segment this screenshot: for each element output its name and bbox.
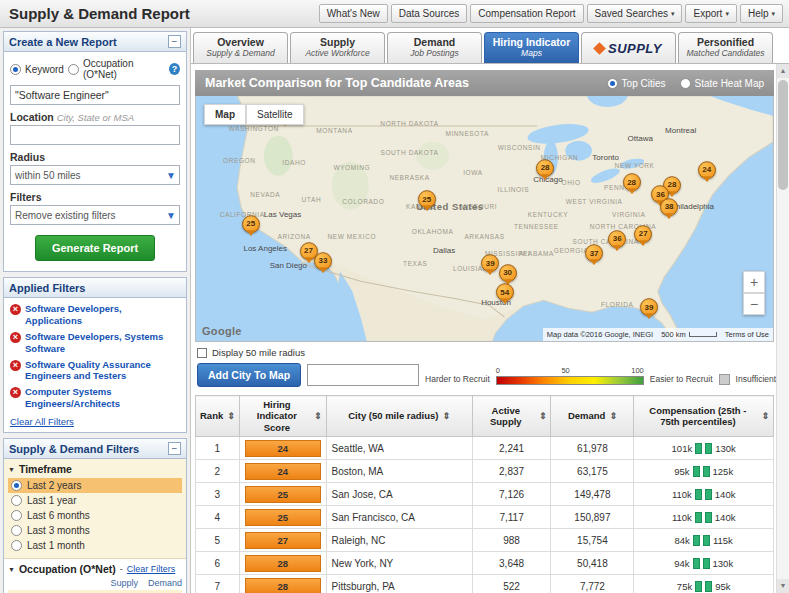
score-cell: 28 xyxy=(239,552,326,575)
timeframe-section-header[interactable]: ▼ Timeframe xyxy=(8,463,182,475)
applied-filters-list: ×Software Developers, Applications×Softw… xyxy=(10,303,180,410)
map-canvas[interactable]: Map Satellite + − Google Map data ©2016 … xyxy=(195,96,774,342)
comp-low-value: 75k xyxy=(677,581,692,592)
map-view-button[interactable]: Map xyxy=(204,104,246,125)
tab-personified[interactable]: PersonifiedMatched Candidates xyxy=(678,32,773,63)
applied-filter-item[interactable]: ×Computer Systems Engineers/Architects xyxy=(10,386,180,410)
tab-demand[interactable]: DemandJob Postings xyxy=(387,32,482,63)
tab-overview[interactable]: OverviewSupply & Demand xyxy=(193,32,288,63)
vertical-scrollbar[interactable]: ▲ ▼ xyxy=(776,64,789,593)
zoom-in-button[interactable]: + xyxy=(743,271,765,293)
tab-label: Supply xyxy=(291,36,384,48)
map-marker[interactable]: 39 xyxy=(481,254,499,272)
column-header: Demand⇕ xyxy=(555,410,629,421)
remove-filter-icon[interactable]: × xyxy=(10,360,21,371)
occupation-columns: Supply Demand xyxy=(8,578,182,588)
map-marker[interactable]: 30 xyxy=(499,264,517,282)
tab-supply[interactable]: SupplyActive Workforce xyxy=(290,32,385,63)
applied-filter-item[interactable]: ×Software Developers, Systems Software xyxy=(10,331,180,355)
occupation-section-header[interactable]: ▼ Occupation (O*Net) - Clear Filters xyxy=(8,563,182,575)
collapse-arrow-icon: ▼ xyxy=(8,466,15,473)
applied-filter-item[interactable]: ×Software Developers, Applications xyxy=(10,303,180,327)
sort-icon[interactable]: ⇕ xyxy=(609,411,617,421)
top-cities-option[interactable]: Top Cities xyxy=(607,78,666,89)
timeframe-option-last-3-months[interactable]: Last 3 months xyxy=(8,523,182,538)
map-marker[interactable]: 27 xyxy=(634,225,652,243)
zoom-out-button[interactable]: − xyxy=(743,293,765,315)
collapse-panel-button[interactable]: − xyxy=(168,35,181,48)
remove-filter-icon[interactable]: × xyxy=(10,304,21,315)
sort-icon[interactable]: ⇕ xyxy=(443,411,451,421)
keyword-input[interactable] xyxy=(10,85,180,105)
menu-compensation-report[interactable]: Compensation Report xyxy=(470,4,583,23)
radius-select[interactable]: within 50 miles ▼ xyxy=(10,165,180,185)
clear-filters-link[interactable]: Clear Filters xyxy=(127,564,176,574)
rank-cell: 1 xyxy=(196,437,240,460)
comp-low-value: 94k xyxy=(674,558,689,569)
map-marker-value: 33 xyxy=(318,256,327,265)
remove-filter-icon[interactable]: × xyxy=(10,332,21,343)
generate-report-button[interactable]: Generate Report xyxy=(35,235,155,261)
occupation-radio[interactable] xyxy=(68,64,79,75)
map-marker[interactable]: 25 xyxy=(242,215,260,233)
terms-of-use-link[interactable]: Terms of Use xyxy=(725,330,769,339)
menu-export[interactable]: Export▾ xyxy=(685,4,736,23)
map-marker[interactable]: 28 xyxy=(623,173,641,191)
city-input[interactable] xyxy=(307,364,419,386)
sort-icon[interactable]: ⇕ xyxy=(314,411,322,421)
collapse-panel-button[interactable]: − xyxy=(168,442,181,455)
sort-icon[interactable]: ⇕ xyxy=(761,411,769,421)
map-marker[interactable]: 28 xyxy=(536,159,554,177)
scroll-down-arrow[interactable]: ▼ xyxy=(777,579,789,593)
map-marker[interactable]: 25 xyxy=(418,191,436,209)
map-label-san-diego: San Diego xyxy=(270,261,307,270)
applied-filter-label: Software Developers, Applications xyxy=(25,303,180,327)
scrollbar-thumb[interactable] xyxy=(778,80,788,190)
menu-help[interactable]: Help▾ xyxy=(740,4,783,23)
scroll-up-arrow[interactable]: ▲ xyxy=(777,64,789,78)
demand-cell: 149,478 xyxy=(551,483,634,506)
menu-label: Data Sources xyxy=(399,8,460,19)
menu-what-s-new[interactable]: What's New xyxy=(319,4,388,23)
timeframe-option-last-1-month[interactable]: Last 1 month xyxy=(8,538,182,553)
satellite-view-button[interactable]: Satellite xyxy=(246,104,304,125)
map-marker[interactable]: 24 xyxy=(698,161,716,179)
map-marker[interactable]: 37 xyxy=(585,244,603,262)
map-marker[interactable]: 54 xyxy=(496,284,514,302)
applied-filter-label: Computer Systems Engineers/Architects xyxy=(25,386,180,410)
remove-filter-icon[interactable]: × xyxy=(10,387,21,398)
clear-all-filters-link[interactable]: Clear All Filters xyxy=(10,416,74,427)
tab-supply[interactable]: SUPPLY xyxy=(581,32,676,63)
map-marker[interactable]: 39 xyxy=(640,298,658,316)
keyword-radio[interactable] xyxy=(10,64,21,75)
state-heat-map-option[interactable]: State Heat Map xyxy=(680,78,764,89)
filters-select[interactable]: Remove existing filters ▼ xyxy=(10,205,180,225)
map-type-controls: Map Satellite xyxy=(204,104,304,125)
tick-50: 50 xyxy=(561,366,569,375)
radio-icon xyxy=(680,78,691,89)
map-marker[interactable]: 33 xyxy=(314,252,332,270)
menu-saved-searches[interactable]: Saved Searches▾ xyxy=(587,4,683,23)
menu-data-sources[interactable]: Data Sources xyxy=(391,4,468,23)
timeframe-option-last-2-years[interactable]: Last 2 years xyxy=(8,478,182,493)
applied-filters-title: Applied Filters xyxy=(9,282,85,294)
recruit-legend: Harder to Recruit 0 50 100 Easier to Rec… xyxy=(425,366,789,385)
tab-hiring-indicator[interactable]: Hiring IndicatorMaps xyxy=(484,32,579,63)
add-city-button[interactable]: Add City To Map xyxy=(197,363,301,387)
compensation-cell: 75k95k xyxy=(634,575,774,593)
applied-filter-item[interactable]: ×Software Quality Assurance Engineers an… xyxy=(10,359,180,383)
sort-icon[interactable]: ⇕ xyxy=(539,411,547,421)
display-radius-checkbox[interactable] xyxy=(197,348,207,358)
results-table-body: 124Seattle, WA2,24161,978101k130k224Bost… xyxy=(196,437,774,593)
timeframe-option-last-1-year[interactable]: Last 1 year xyxy=(8,493,182,508)
location-input[interactable] xyxy=(10,125,180,145)
help-icon[interactable]: ? xyxy=(169,63,180,75)
comp-bar-icon xyxy=(693,535,700,546)
comp-range: 110k140k xyxy=(639,512,768,523)
map-marker[interactable]: 36 xyxy=(608,230,626,248)
map-marker[interactable]: 38 xyxy=(660,198,678,216)
timeframe-option-last-6-months[interactable]: Last 6 months xyxy=(8,508,182,523)
comp-bar-icon xyxy=(703,535,710,546)
sort-icon[interactable]: ⇕ xyxy=(227,411,235,421)
map-label-arizona: ARIZONA xyxy=(278,232,311,239)
